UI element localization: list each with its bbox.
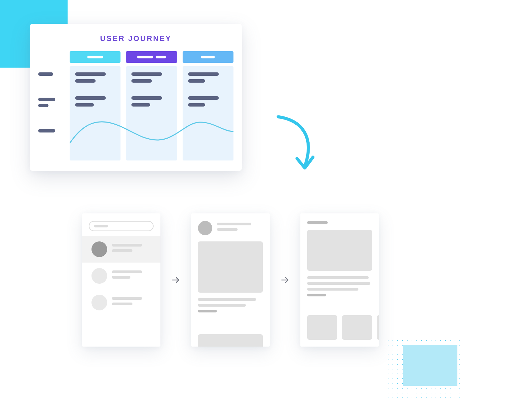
avatar-icon (91, 241, 107, 257)
list-item (82, 289, 160, 316)
thumbnail (342, 315, 372, 340)
arrow-right-icon (280, 275, 290, 285)
journey-column-2 (126, 51, 177, 160)
list-item (82, 263, 160, 289)
journey-column-1 (70, 51, 120, 160)
avatar-icon (91, 268, 107, 284)
side-label-3 (38, 129, 62, 135)
journey-column-3 (183, 51, 233, 160)
wireframe-card-post (191, 213, 270, 347)
user-journey-card: USER JOURNEY (30, 24, 242, 171)
flow-arrow-icon (271, 113, 326, 182)
post-footer-block (198, 334, 263, 347)
journey-columns (70, 51, 233, 160)
article-thumbnails (307, 315, 379, 340)
arrow-right-icon (171, 275, 181, 285)
post-text-lines (198, 298, 263, 312)
article-image-placeholder (307, 230, 372, 271)
journey-column-2-body (126, 66, 177, 160)
article-title-placeholder (307, 221, 328, 224)
journey-column-2-header (126, 51, 177, 63)
wireframe-card-article (300, 213, 379, 347)
journey-column-3-header (183, 51, 233, 63)
list-item-selected (82, 236, 160, 263)
post-image-placeholder (198, 241, 263, 293)
user-journey-body (38, 51, 233, 160)
avatar-icon (198, 221, 212, 235)
journey-column-1-header (70, 51, 120, 63)
journey-column-1-body (70, 66, 120, 160)
side-label-2 (38, 98, 62, 110)
thumbnail (307, 315, 337, 340)
wireframe-card-list (82, 213, 160, 347)
wireframe-flow (82, 213, 379, 347)
avatar-icon (91, 295, 107, 310)
side-label-1 (38, 72, 62, 79)
journey-side-labels (38, 51, 62, 160)
thumbnail (377, 315, 379, 340)
post-header (198, 221, 263, 235)
journey-column-3-body (183, 66, 233, 160)
decoration-square-bottom (403, 345, 457, 386)
article-text-lines (307, 276, 372, 296)
search-input-placeholder (89, 221, 154, 231)
user-journey-title: USER JOURNEY (38, 34, 233, 43)
